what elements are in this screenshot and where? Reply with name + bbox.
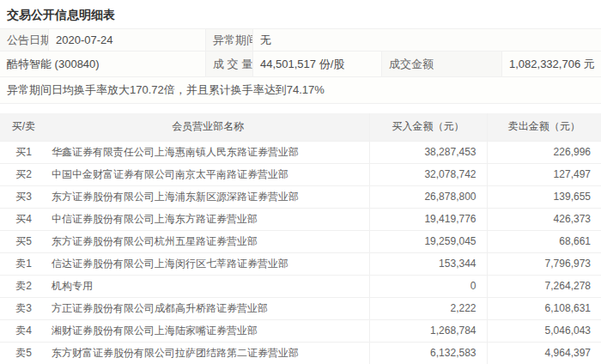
cell-name: 东方证券股份有限公司上海浦东新区源深路证券营业部 <box>47 185 369 208</box>
cell-buy: 1,268,784 <box>369 319 487 342</box>
cell-name: 中信证券股份有限公司上海东方路证券营业部 <box>47 208 369 230</box>
table-row: 卖1信达证券股份有限公司上海闵行区七莘路证券营业部153,3447,796,97… <box>0 252 601 275</box>
cell-name: 机构专用 <box>47 275 369 297</box>
table-body: 买1华鑫证券有限责任公司上海惠南镇人民东路证券营业部38,287,453226,… <box>0 141 601 364</box>
cell-sell: 226,996 <box>487 141 601 163</box>
cell-buy: 153,344 <box>369 252 487 275</box>
cell-name: 中国中金财富证券有限公司南京太平南路证券营业部 <box>47 163 369 185</box>
cell-side: 买1 <box>0 141 47 163</box>
table-row: 买1华鑫证券有限责任公司上海惠南镇人民东路证券营业部38,287,453226,… <box>0 141 601 163</box>
header-sell-amount: 卖出金额（元） <box>487 113 601 141</box>
table-row: 买5东方证券股份有限公司杭州五星路证券营业部19,259,04568,661 <box>0 230 601 252</box>
cell-side: 买5 <box>0 230 47 252</box>
cell-sell: 127,497 <box>487 163 601 185</box>
cell-sell: 5,046,043 <box>487 319 601 342</box>
header-buy-sell: 买/卖 <box>0 113 47 141</box>
table-header-row: 买/卖 会员营业部名称 买入金额（元） 卖出金额（元） <box>0 113 601 141</box>
cell-buy: 19,419,776 <box>369 208 487 230</box>
cell-name: 方正证券股份有限公司成都高升桥路证券营业部 <box>47 297 369 319</box>
header-branch-name: 会员营业部名称 <box>47 113 369 141</box>
cell-buy: 6,132,583 <box>369 342 487 364</box>
cell-sell: 4,964,397 <box>487 342 601 364</box>
cell-sell: 6,108,631 <box>487 297 601 319</box>
table-row: 卖5东方财富证券股份有限公司拉萨团结路第二证券营业部6,132,5834,964… <box>0 342 601 364</box>
summary-row-date: 公告日期 2020-07-24 异常期间 无 <box>0 29 601 52</box>
cell-name: 信达证券股份有限公司上海闵行区七莘路证券营业部 <box>47 252 369 275</box>
branch-trade-table: 买/卖 会员营业部名称 买入金额（元） 卖出金额（元） 买1华鑫证券有限责任公司… <box>0 113 601 364</box>
cell-side: 卖5 <box>0 342 47 364</box>
turnover-label: 成交金额 <box>382 52 502 76</box>
cell-side: 买4 <box>0 208 47 230</box>
cell-name: 华鑫证券有限责任公司上海惠南镇人民东路证券营业部 <box>47 141 369 163</box>
trade-disclosure-page: 交易公开信息明细表 公告日期 2020-07-24 异常期间 无 酷特智能 (3… <box>0 0 601 364</box>
cell-side: 卖3 <box>0 297 47 319</box>
volume-value: 44,501,517 份/股 <box>253 52 382 76</box>
header-buy-amount: 买入金额（元） <box>369 113 487 141</box>
cell-name: 湘财证券股份有限公司上海陆家嘴证券营业部 <box>47 319 369 342</box>
summary-section: 公告日期 2020-07-24 异常期间 无 酷特智能 (300840) 成 交… <box>0 28 601 104</box>
cell-side: 买3 <box>0 185 47 208</box>
stock-name: 酷特智能 (300840) <box>0 52 206 76</box>
abnormal-period-label: 异常期间 <box>206 29 253 51</box>
cell-buy: 26,878,800 <box>369 185 487 208</box>
abnormal-turnover-note: 异常期间日均换手率放大170.72倍，并且累计换手率达到74.17% <box>0 77 601 103</box>
cell-sell: 139,655 <box>487 185 601 208</box>
cell-buy: 19,259,045 <box>369 230 487 252</box>
announce-date-value: 2020-07-24 <box>49 29 206 51</box>
table-row: 买4中信证券股份有限公司上海东方路证券营业部19,419,776426,373 <box>0 208 601 230</box>
cell-buy: 38,287,453 <box>369 141 487 163</box>
cell-side: 买2 <box>0 163 47 185</box>
volume-label: 成 交 量 <box>206 52 253 76</box>
announce-date-label: 公告日期 <box>0 29 49 51</box>
table-row: 买2中国中金财富证券有限公司南京太平南路证券营业部32,078,742127,4… <box>0 163 601 185</box>
table-row: 卖2机构专用07,264,278 <box>0 275 601 297</box>
abnormal-period-value: 无 <box>253 29 601 51</box>
cell-buy: 0 <box>369 275 487 297</box>
page-title: 交易公开信息明细表 <box>0 0 601 21</box>
cell-buy: 2,222 <box>369 297 487 319</box>
table-row: 买3东方证券股份有限公司上海浦东新区源深路证券营业部26,878,800139,… <box>0 185 601 208</box>
summary-row-stock: 酷特智能 (300840) 成 交 量 44,501,517 份/股 成交金额 … <box>0 52 601 77</box>
turnover-value: 1,082,332,706 元 <box>502 52 601 76</box>
cell-side: 卖2 <box>0 275 47 297</box>
cell-sell: 68,661 <box>487 230 601 252</box>
cell-name: 东方证券股份有限公司杭州五星路证券营业部 <box>47 230 369 252</box>
table-row: 卖3方正证券股份有限公司成都高升桥路证券营业部2,2226,108,631 <box>0 297 601 319</box>
cell-name: 东方财富证券股份有限公司拉萨团结路第二证券营业部 <box>47 342 369 364</box>
cell-sell: 7,796,973 <box>487 252 601 275</box>
cell-sell: 7,264,278 <box>487 275 601 297</box>
cell-buy: 32,078,742 <box>369 163 487 185</box>
cell-side: 卖4 <box>0 319 47 342</box>
summary-row-note: 异常期间日均换手率放大170.72倍，并且累计换手率达到74.17% <box>0 77 601 104</box>
table-header: 买/卖 会员营业部名称 买入金额（元） 卖出金额（元） <box>0 113 601 141</box>
cell-side: 卖1 <box>0 252 47 275</box>
cell-sell: 426,373 <box>487 208 601 230</box>
table-row: 卖4湘财证券股份有限公司上海陆家嘴证券营业部1,268,7845,046,043 <box>0 319 601 342</box>
